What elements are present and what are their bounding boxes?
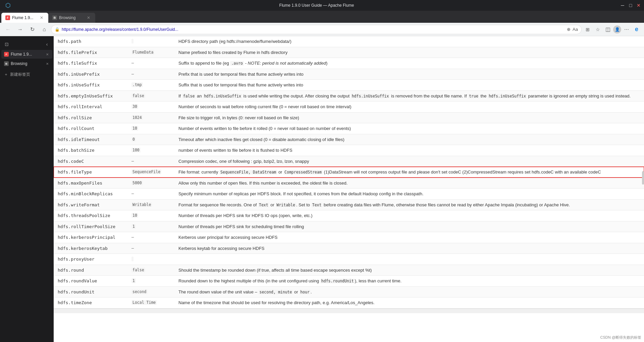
property-description: Prefix that is used for temporal files t… bbox=[174, 69, 644, 80]
table-row: hdfs.rollTimerPoolSize1Number of threads… bbox=[54, 221, 644, 232]
property-name: hdfs.inUseSuffix bbox=[54, 80, 127, 91]
table-row: hdfs.emptyInUseSuffixfalseIf false an hd… bbox=[54, 90, 644, 101]
property-description: Number of threads per HDFS sink for sche… bbox=[174, 221, 644, 232]
property-name: hdfs.fileSuffix bbox=[54, 58, 127, 69]
watermark: CSDN @断得失败的标签 bbox=[600, 335, 641, 340]
property-description: Name prefixed to files created by Flume … bbox=[174, 47, 644, 58]
lock-icon: 🔒 bbox=[55, 27, 60, 32]
minimize-button[interactable]: ─ bbox=[620, 3, 625, 8]
table-row: hdfs.minBlockReplicas–Specify minimum nu… bbox=[54, 189, 644, 200]
property-default: – bbox=[127, 189, 174, 200]
new-tab-label: 新建标签页 bbox=[10, 72, 30, 77]
sidebar-item-flume[interactable]: F Flume 1.9... ✕ bbox=[1, 50, 52, 59]
content-area[interactable]: hdfs.pathHDFS directory path (eg hdfs://… bbox=[54, 36, 644, 342]
property-default: 10 bbox=[127, 123, 174, 134]
property-name: hdfs.roundUnit bbox=[54, 286, 127, 297]
property-description: Number of threads per HDFS sink for HDFS… bbox=[174, 210, 644, 221]
settings-button[interactable]: ⋯ bbox=[622, 25, 631, 34]
collections-button[interactable]: ◫ bbox=[603, 25, 612, 34]
property-default: 30 bbox=[127, 101, 174, 113]
window-title: Flume 1.9.0 User Guide — Apache Flume bbox=[13, 3, 620, 8]
property-name: hdfs.timeZone bbox=[54, 297, 127, 309]
property-default: – bbox=[127, 69, 174, 80]
table-row: hdfs.filePrefixFlumeDataName prefixed to… bbox=[54, 47, 644, 58]
sidebar-label-flume: Flume 1.9... bbox=[11, 52, 43, 57]
property-default: Local Time bbox=[127, 297, 174, 309]
plus-icon: ＋ bbox=[4, 72, 8, 77]
sidebar-collapse-button[interactable]: ‹ bbox=[43, 40, 51, 48]
home-button[interactable]: ⌂ bbox=[39, 24, 50, 35]
property-description: The round down value of the unit value –… bbox=[174, 286, 644, 297]
property-default: 5000 bbox=[127, 178, 174, 189]
address-bar[interactable]: 🔒 https://flume.apache.org/releases/cont… bbox=[51, 25, 582, 34]
sidebar-favicon-flume: F bbox=[4, 52, 9, 57]
table-row: hdfs.proxyUser bbox=[54, 254, 644, 265]
tab-favicon-browsing: B bbox=[52, 15, 57, 20]
property-description: Suffix that is used for temporal files t… bbox=[174, 80, 644, 91]
new-tab-button[interactable]: ＋ 新建标签页 bbox=[1, 70, 52, 79]
property-description: Format for sequence file records. One of… bbox=[174, 199, 644, 210]
sidebar-item-browsing[interactable]: B Browsing ✕ bbox=[1, 59, 52, 68]
property-name: hdfs.fileType bbox=[54, 167, 127, 178]
tab-browsing[interactable]: B Browsing ✕ bbox=[48, 13, 95, 23]
sidebar-header: ⊡ ‹ bbox=[0, 39, 54, 50]
profile-button[interactable]: 👤 bbox=[613, 25, 621, 33]
property-name: hdfs.rollCount bbox=[54, 123, 127, 134]
property-description bbox=[174, 254, 644, 265]
reload-button[interactable]: ↻ bbox=[27, 24, 38, 35]
property-name: hdfs.minBlockReplicas bbox=[54, 189, 127, 200]
table-row: hdfs.idleTimeout0Timeout after which ina… bbox=[54, 134, 644, 145]
back-button[interactable]: ← bbox=[3, 24, 13, 35]
table-row: hdfs.fileSuffix–Suffix to append to file… bbox=[54, 58, 644, 69]
property-description: File size to trigger roll, in bytes (0: … bbox=[174, 112, 644, 123]
sidebar-close-flume[interactable]: ✕ bbox=[45, 52, 50, 57]
property-description: HDFS directory path (eg hdfs://namenode/… bbox=[174, 36, 644, 47]
property-description: Timeout after which inactive files get c… bbox=[174, 134, 644, 145]
property-default: – bbox=[127, 232, 174, 243]
table-row: hdfs.rollInterval30Number of seconds to … bbox=[54, 101, 644, 113]
titlebar-left: ⬡ bbox=[3, 0, 13, 11]
maximize-button[interactable]: □ bbox=[628, 3, 633, 8]
property-default: 1024 bbox=[127, 112, 174, 123]
property-name: hdfs.rollTimerPoolSize bbox=[54, 221, 127, 232]
table-row: hdfs.fileTypeSequenceFileFile format: cu… bbox=[54, 167, 644, 178]
extensions-button[interactable]: ⊞ bbox=[583, 25, 592, 34]
read-icon: Aa bbox=[573, 27, 578, 32]
tab-flume[interactable]: F Flume 1.9... ✕ bbox=[1, 13, 48, 23]
table-row: hdfs.maxOpenFiles5000Allow only this num… bbox=[54, 178, 644, 189]
property-name: hdfs.rollSize bbox=[54, 112, 127, 123]
titlebar: ⬡ Flume 1.9.0 User Guide — Apache Flume … bbox=[0, 0, 644, 11]
tab-close-browsing[interactable]: ✕ bbox=[86, 15, 91, 20]
property-default: 100 bbox=[127, 145, 174, 156]
properties-table: hdfs.pathHDFS directory path (eg hdfs://… bbox=[54, 36, 644, 309]
forward-button[interactable]: → bbox=[15, 24, 25, 35]
close-button[interactable]: ✕ bbox=[636, 3, 641, 8]
property-default: second bbox=[127, 286, 174, 297]
property-default: – bbox=[127, 156, 174, 167]
property-default: .tmp bbox=[127, 80, 174, 91]
property-default: – bbox=[127, 243, 174, 254]
property-name: hdfs.idleTimeout bbox=[54, 134, 127, 145]
table-row: hdfs.writeFormatWritableFormat for seque… bbox=[54, 199, 644, 210]
property-name: hdfs.emptyInUseSuffix bbox=[54, 90, 127, 101]
sidebar-close-browsing[interactable]: ✕ bbox=[45, 61, 50, 66]
favorites-button[interactable]: ☆ bbox=[593, 25, 602, 34]
property-default: 10 bbox=[127, 210, 174, 221]
property-description: Should the timestamp be rounded down (if… bbox=[174, 265, 644, 276]
tab-close-flume[interactable]: ✕ bbox=[39, 15, 44, 20]
property-name: hdfs.path bbox=[54, 36, 127, 47]
property-default: 1 bbox=[127, 221, 174, 232]
horizontal-scrollbar[interactable] bbox=[54, 309, 644, 313]
property-name: hdfs.kerberosPrincipal bbox=[54, 232, 127, 243]
property-name: hdfs.roundValue bbox=[54, 276, 127, 287]
sidebar-layout-icon[interactable]: ⊡ bbox=[3, 40, 11, 48]
table-row: hdfs.kerberosPrincipal–Kerberos user pri… bbox=[54, 232, 644, 243]
resize-handle[interactable] bbox=[642, 171, 644, 185]
property-name: hdfs.codeC bbox=[54, 156, 127, 167]
property-default: 1 bbox=[127, 276, 174, 287]
property-description: Kerberos user principal for accessing se… bbox=[174, 232, 644, 243]
tab-favicon-flume: F bbox=[5, 15, 10, 20]
property-default: false bbox=[127, 265, 174, 276]
tabs-bar: F Flume 1.9... ✕ B Browsing ✕ bbox=[0, 11, 644, 23]
table-row: hdfs.threadsPoolSize10Number of threads … bbox=[54, 210, 644, 221]
